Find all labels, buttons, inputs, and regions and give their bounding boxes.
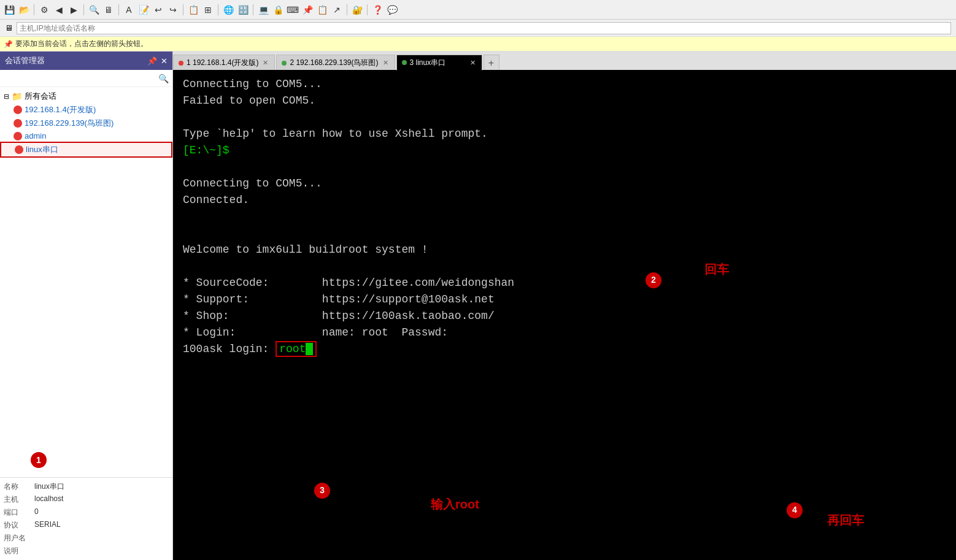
prop-description-label: 说明 — [4, 546, 34, 556]
lock2-icon[interactable]: 🔐 — [350, 3, 364, 17]
annotation-huiche: 回车 — [704, 260, 729, 278]
sidebar-search: 🔍 — [0, 70, 172, 87]
session-dot-3 — [13, 132, 22, 140]
tab-1[interactable]: 1 192.168.1.4(开发版) ✕ — [173, 55, 275, 71]
sep2 — [83, 4, 84, 15]
undo-icon[interactable]: ↩ — [152, 3, 165, 17]
cursor — [306, 343, 313, 355]
forward-icon[interactable]: ▶ — [67, 3, 80, 17]
address-input[interactable] — [17, 22, 951, 34]
prompt-1: [E:\~]$ — [183, 144, 229, 156]
session-dot-4 — [15, 145, 23, 154]
chat-icon[interactable]: 💬 — [385, 3, 399, 17]
sidebar-title: 会话管理器 — [5, 55, 45, 66]
tab-3[interactable]: 3 linux串口 ✕ — [396, 55, 482, 71]
clipboard-icon[interactable]: 📋 — [315, 3, 329, 17]
keyboard-icon[interactable]: ⌨ — [286, 3, 299, 17]
tabs-and-content: 1 192.168.1.4(开发版) ✕ 2 192.168.229.139(鸟… — [173, 52, 956, 560]
prop-host-value: localhost — [34, 494, 63, 505]
sidebar-item-label-2: 192.168.229.139(鸟班图) — [25, 118, 114, 129]
session-dot-2 — [13, 119, 22, 128]
login-input-display: root — [276, 341, 317, 357]
sidebar: 会话管理器 📌 ✕ 🔍 ⊟ 📁 所有会话 192.168.1.4(开发版) 19… — [0, 52, 173, 560]
edit-icon[interactable]: 📝 — [137, 3, 150, 17]
sidebar-item-niaobuntu[interactable]: 192.168.229.139(鸟班图) — [0, 117, 172, 130]
annotation-badge-3: 3 — [314, 483, 330, 499]
tree-root-expand-icon: ⊟ — [4, 93, 9, 101]
sidebar-pin-icon[interactable]: 📌 — [147, 56, 157, 66]
tree-root-label: 所有会话 — [25, 91, 56, 102]
pin-icon[interactable]: 📌 — [301, 3, 314, 17]
annotation-badge-4: 4 — [787, 502, 803, 518]
lock-icon[interactable]: 🔒 — [271, 3, 285, 17]
terminal-icon[interactable]: 💻 — [256, 3, 270, 17]
prop-port-value: 0 — [34, 507, 39, 518]
properties-panel: 名称 linux串口 主机 localhost 端口 0 协议 SERIAL 用… — [0, 477, 172, 560]
tree-root-folder-icon: 📁 — [12, 91, 22, 101]
pin-info-icon: 📌 — [4, 40, 13, 48]
save-icon[interactable]: 💾 — [2, 3, 16, 17]
info-text: 要添加当前会话，点击左侧的箭头按钮。 — [15, 39, 148, 49]
prop-username: 用户名 — [0, 532, 172, 545]
toolbar: 💾 📂 ⚙ ◀ ▶ 🔍 🖥 A 📝 ↩ ↪ 📋 ⊞ 🌐 🔡 💻 🔒 ⌨ 📌 📋 … — [0, 0, 956, 20]
tab-close-1[interactable]: ✕ — [261, 59, 269, 67]
sep4 — [183, 4, 183, 15]
search-icon[interactable]: 🔍 — [87, 3, 101, 17]
folder-icon[interactable]: 📂 — [17, 3, 31, 17]
tab-dot-1 — [179, 61, 183, 66]
main-area: 会话管理器 📌 ✕ 🔍 ⊟ 📁 所有会话 192.168.1.4(开发版) 19… — [0, 52, 956, 560]
back-icon[interactable]: ◀ — [52, 3, 66, 17]
help-icon[interactable]: ❓ — [371, 3, 384, 17]
globe-icon[interactable]: 🌐 — [222, 3, 235, 17]
sep1 — [34, 4, 34, 15]
sidebar-item-devboard[interactable]: 192.168.1.4(开发版) — [0, 103, 172, 117]
tab-label-3: 3 linux串口 — [410, 58, 446, 68]
login-input-text: root — [279, 343, 306, 355]
monitor-icon[interactable]: 🖥 — [102, 3, 115, 17]
settings-icon[interactable]: ⚙ — [37, 3, 51, 17]
sidebar-item-label-1: 192.168.1.4(开发版) — [25, 104, 96, 115]
arrow-icon[interactable]: ↗ — [330, 3, 344, 17]
prop-port-label: 端口 — [4, 507, 34, 518]
tree-root[interactable]: ⊟ 📁 所有会话 — [0, 90, 172, 103]
sidebar-item-label-4: linux串口 — [26, 144, 58, 155]
terminal-output: Connecting to COM5... Failed to open COM… — [183, 76, 946, 358]
prop-protocol-value: SERIAL — [34, 520, 61, 531]
sidebar-item-admin[interactable]: admin — [0, 130, 172, 142]
sep3 — [118, 4, 119, 15]
font-icon[interactable]: A — [122, 3, 136, 17]
address-bar: 🖥 — [0, 20, 956, 37]
tab-dot-2 — [282, 61, 287, 66]
sep5 — [218, 4, 218, 15]
prop-name: 名称 linux串口 — [0, 480, 172, 493]
sep6 — [253, 4, 253, 15]
tab-dot-3 — [402, 60, 407, 65]
tab-2[interactable]: 2 192.168.229.139(鸟班图) ✕ — [276, 55, 395, 71]
address-icon: 🖥 — [5, 23, 13, 33]
terminal-wrapper: Connecting to COM5... Failed to open COM… — [173, 70, 956, 560]
text-icon[interactable]: 🔡 — [236, 3, 250, 17]
tab-close-3[interactable]: ✕ — [469, 59, 477, 67]
annotation-badge-2: 2 — [646, 272, 661, 288]
info-bar: 📌 要添加当前会话，点击左侧的箭头按钮。 — [0, 37, 956, 52]
redo-icon[interactable]: ↪ — [166, 3, 180, 17]
tab-label-2: 2 192.168.229.139(鸟班图) — [290, 58, 378, 68]
annotation-zai-huiche: 再回车 — [827, 511, 864, 529]
prop-port: 端口 0 — [0, 506, 172, 519]
sidebar-header-icons: 📌 ✕ — [147, 56, 168, 66]
terminal[interactable]: Connecting to COM5... Failed to open COM… — [173, 70, 956, 560]
tab-label-1: 1 192.168.1.4(开发版) — [187, 58, 258, 68]
sidebar-item-linux-serial[interactable]: linux串口 — [0, 142, 172, 158]
sep7 — [347, 4, 347, 15]
resize-icon[interactable]: ⊞ — [201, 3, 215, 17]
tab-close-2[interactable]: ✕ — [382, 59, 390, 67]
sidebar-item-label-3: admin — [25, 131, 46, 140]
sidebar-close-icon[interactable]: ✕ — [161, 56, 168, 66]
prop-protocol-label: 协议 — [4, 520, 34, 531]
copy-icon[interactable]: 📋 — [187, 3, 200, 17]
sep8 — [367, 4, 368, 15]
session-dot-1 — [13, 105, 22, 114]
tab-add-button[interactable]: + — [484, 55, 499, 71]
sidebar-search-icon[interactable]: 🔍 — [158, 74, 169, 83]
prop-description: 说明 — [0, 545, 172, 558]
